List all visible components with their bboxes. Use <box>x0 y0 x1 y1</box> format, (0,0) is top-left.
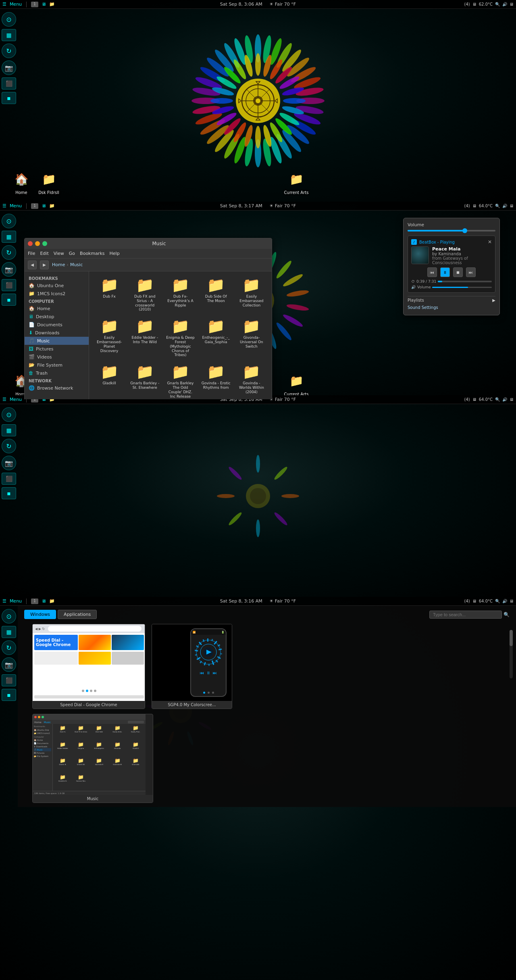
file-item-entheogenic[interactable]: 📁 Entheogenic_-_ Gaia_Sophia <box>200 317 232 359</box>
desktop-icon-current-arts-2[interactable]: 📁 Current Arts <box>282 371 310 396</box>
sidebar-terminal-3[interactable]: ⬛ <box>2 473 16 485</box>
sidebar-documents[interactable]: 📄 Documents <box>25 321 89 329</box>
sidebar-browser-2[interactable]: ⊙ <box>2 214 16 228</box>
sidebar-browse-network[interactable]: 🌐 Browse Network <box>25 384 89 392</box>
next-button[interactable]: ⏭ <box>466 267 476 277</box>
menu-edit[interactable]: Edit <box>40 251 48 256</box>
window-close-btn[interactable] <box>28 241 33 246</box>
desktop-icon-dsk-1[interactable]: 📁 Dsk Fldrsll <box>35 169 63 195</box>
sidebar-folder-3[interactable]: ▪ <box>2 487 16 499</box>
menu-label-3[interactable]: Menu <box>10 397 22 402</box>
nav-back-btn[interactable]: ◀ <box>28 261 37 269</box>
file-item-gnarls-elsewhere[interactable]: 📁 Gnarls Barkley - St. Elsewhere <box>129 362 161 399</box>
volume-slider-thumb[interactable] <box>462 228 467 233</box>
sidebar-folder-4[interactable]: ▪ <box>2 689 16 701</box>
menu-label-1[interactable]: Menu <box>10 2 22 7</box>
vol-icon-3[interactable]: 🔊 <box>502 397 507 402</box>
menu-go[interactable]: Go <box>69 251 75 256</box>
sidebar-browser-3[interactable]: ⊙ <box>2 407 16 422</box>
sidebar-terminal-1[interactable]: ⬛ <box>2 77 16 90</box>
file-item-easily-planet[interactable]: 📁 Easily Embarrassed- Planet Discovery <box>93 317 125 359</box>
sidebar-files-1[interactable]: ▦ <box>2 29 16 41</box>
desktop-icon-current-arts-1[interactable]: 📁 Current Arts <box>282 169 310 195</box>
desktop-icon-home-1[interactable]: 🏠 Home <box>7 169 35 195</box>
sidebar-desktop[interactable]: 🖥 Desktop <box>25 313 89 321</box>
sidebar-files-4[interactable]: ▦ <box>2 626 16 638</box>
sidebar-screenshot-4[interactable]: 📷 <box>2 657 16 672</box>
sidebar-browser-1[interactable]: ⊙ <box>2 12 16 27</box>
task-thumb-music[interactable]: Home Music Bookmarks 🏠 Ubuntu One 📁 1MCS… <box>32 714 153 803</box>
sidebar-trash[interactable]: 🗑 Trash <box>25 369 89 377</box>
sidebar-downloads[interactable]: ⬇ Downloads <box>25 329 89 337</box>
file-item-givonda-switch[interactable]: 📁 Givonda-Universal On Switch <box>235 317 268 359</box>
vol-icon-2[interactable]: 🔊 <box>502 204 507 208</box>
sidebar-screenshot-2[interactable]: 📷 <box>2 262 16 277</box>
sidebar-files-3[interactable]: ▦ <box>2 424 16 436</box>
sidebar-music[interactable]: 🎵 Music <box>25 337 89 345</box>
file-item-enigma[interactable]: 📁 Enigma & Deep Forest (Mythologic Choru… <box>164 317 196 359</box>
file-item-govinda-erotic[interactable]: 📁 Govinda - Erotic Rhythms from <box>200 362 232 399</box>
file-item-dub-fx-sirius[interactable]: 📁 Dub FX and Sirius - A crossworld (2010… <box>129 275 161 313</box>
file-item-dub-fx-ripple[interactable]: 📁 Dub Fx- Everythink's A Ripple <box>164 275 196 313</box>
display-icon-1[interactable]: 🖥 <box>510 2 514 6</box>
tab-applications[interactable]: Applications <box>58 610 97 619</box>
task-thumb-sgp4[interactable]: 📶 🔋 <box>152 624 232 709</box>
tab-windows[interactable]: Windows <box>24 610 56 619</box>
volume-slider-track[interactable] <box>408 230 495 231</box>
nav-forward-btn[interactable]: ▶ <box>40 261 49 269</box>
prev-button[interactable]: ⏮ <box>427 267 437 277</box>
sidebar-update-4[interactable]: ↻ <box>2 640 16 655</box>
sidebar-folder-1[interactable]: ▪ <box>2 92 16 104</box>
vol-icon-1[interactable]: 🔊 <box>502 2 507 6</box>
sound-settings-link[interactable]: Sound Settings <box>408 304 495 311</box>
menu-file[interactable]: File <box>28 251 35 256</box>
playlists-row[interactable]: Playlists ▶ <box>408 296 495 304</box>
menu-label-2[interactable]: Menu <box>10 203 22 209</box>
file-item-govinda-worlds[interactable]: 📁 Govinda - Worlds Within (2004) <box>235 362 268 399</box>
breadcrumb-home[interactable]: Home <box>52 262 65 267</box>
pause-button[interactable]: ⏸ <box>440 267 450 277</box>
sidebar-files-2[interactable]: ▦ <box>2 231 16 243</box>
task-search-input[interactable] <box>429 611 502 619</box>
file-item-dub-side[interactable]: 📁 Dub Side Of The Moon <box>200 275 232 313</box>
file-item-dub-fx[interactable]: 📁 Dub Fx <box>93 275 125 313</box>
stop-button[interactable]: ⏹ <box>453 267 463 277</box>
menu-label-4[interactable]: Menu <box>10 598 22 604</box>
sidebar-1mcs-icons2[interactable]: 📁 1MCS Icons2 <box>25 290 89 298</box>
sidebar-browser-4[interactable]: ⊙ <box>2 609 16 623</box>
vol-icon-4[interactable]: 🔊 <box>502 599 507 603</box>
search-icon-4[interactable]: 🔍 <box>495 599 500 603</box>
display-icon-2[interactable]: 🖥 <box>510 204 514 208</box>
sidebar-update-3[interactable]: ↻ <box>2 439 16 453</box>
display-icon-3[interactable]: 🖥 <box>510 397 514 402</box>
menu-help[interactable]: Help <box>110 251 120 256</box>
menu-view[interactable]: View <box>54 251 64 256</box>
window-min-btn[interactable] <box>35 241 40 246</box>
sidebar-home[interactable]: 🏠 Home <box>25 304 89 313</box>
file-item-gnarls-odd[interactable]: 📁 Gnarls Barkley The Odd Couple' DHZ. In… <box>164 362 196 399</box>
sidebar-pictures[interactable]: 🖼 Pictures <box>25 345 89 353</box>
file-item-gladkill[interactable]: 📁 Gladkill <box>93 362 125 399</box>
sidebar-screenshot-3[interactable]: 📷 <box>2 456 16 470</box>
sidebar-ubuntu-one[interactable]: 🏠 Ubuntu One <box>25 281 89 290</box>
sidebar-update-1[interactable]: ↻ <box>2 44 16 58</box>
file-item-eddie-vedder[interactable]: 📁 Eddie Vedder - Into The Wild <box>129 317 161 359</box>
window-max-btn[interactable] <box>42 241 47 246</box>
sidebar-terminal-2[interactable]: ⬛ <box>2 279 16 291</box>
sidebar-filesystem[interactable]: 📂 File System <box>25 361 89 369</box>
beatbox-close-btn[interactable]: ✕ <box>488 239 492 245</box>
search-icon-3[interactable]: 🔍 <box>495 397 500 402</box>
scrollbar-thumb[interactable] <box>510 630 513 646</box>
progress-track[interactable] <box>438 281 492 282</box>
sidebar-videos[interactable]: 🎬 Videos <box>25 353 89 361</box>
file-item-easily-collection[interactable]: 📁 Easily Embarrassed Collection <box>235 275 268 313</box>
task-thumb-chrome[interactable]: ◀ ▶ ↻ Speed Dial - Google Chrome <box>32 624 145 709</box>
breadcrumb-music[interactable]: Music <box>70 262 83 267</box>
sidebar-screenshot-1[interactable]: 📷 <box>2 60 16 75</box>
search-icon-1[interactable]: 🔍 <box>495 2 500 6</box>
search-icon-2[interactable]: 🔍 <box>495 204 500 208</box>
sidebar-update-2[interactable]: ↻ <box>2 245 16 260</box>
sidebar-folder-2[interactable]: ▪ <box>2 294 16 306</box>
mini-vol-track[interactable] <box>432 287 492 288</box>
menu-bookmarks[interactable]: Bookmarks <box>80 251 104 256</box>
